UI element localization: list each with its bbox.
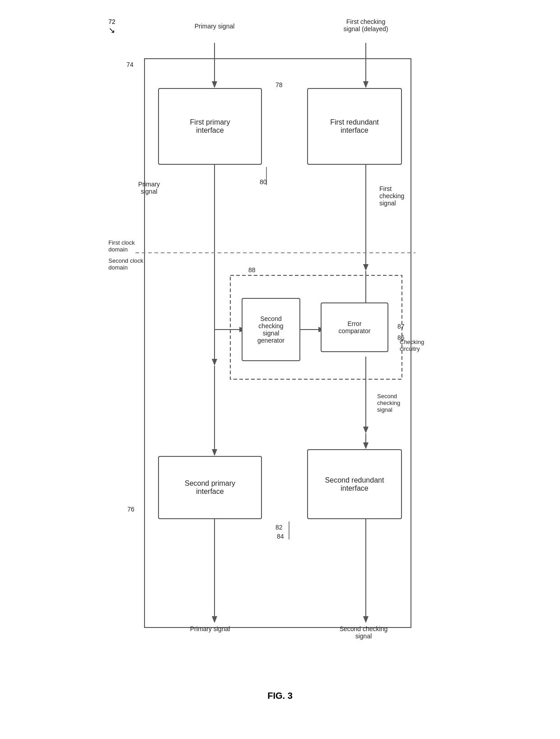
- diagram-area: 72 ↘ Primary signal First checking signa…: [99, 14, 461, 682]
- page-container: 72 ↘ Primary signal First checking signa…: [77, 9, 483, 701]
- svg-marker-22: [212, 616, 217, 623]
- second-redundant-interface-box: Second redundant interface: [307, 449, 402, 519]
- ref-78: 78: [275, 81, 283, 88]
- first-primary-interface-box: First primary interface: [158, 88, 262, 165]
- ref-76: 76: [127, 506, 135, 513]
- svg-marker-24: [363, 616, 369, 623]
- ref-80: 80: [260, 178, 267, 186]
- first-clock-domain-label: First clock domain: [108, 239, 145, 253]
- second-clock-domain-label: Second clock domain: [108, 257, 145, 271]
- primary-signal-mid-label: Primary signal: [126, 181, 172, 195]
- svg-marker-2: [212, 81, 217, 88]
- fig-num-72: 72 ↘: [108, 18, 116, 35]
- ref-87: 87: [397, 323, 405, 330]
- svg-marker-20: [212, 449, 217, 456]
- svg-marker-6: [212, 359, 217, 366]
- ref-82: 82: [275, 524, 283, 531]
- ref-84: 84: [277, 533, 284, 540]
- svg-marker-26: [363, 442, 369, 449]
- checking-circuitry-label: Checking circuitry: [400, 339, 449, 352]
- first-redundant-interface-box: First redundant interface: [307, 88, 402, 165]
- second-checking-signal-mid-label: Second checking signal: [377, 393, 431, 413]
- second-checking-signal-generator-box: Second checking signal generator: [242, 298, 300, 361]
- ref-74: 74: [126, 61, 134, 68]
- second-primary-interface-box: Second primary interface: [158, 456, 262, 519]
- svg-marker-8: [363, 264, 369, 271]
- first-checking-signal-delayed-label: First checking signal (delayed): [330, 18, 402, 33]
- first-checking-signal-label: First checking signal: [379, 185, 434, 207]
- ref-72-label: 72: [108, 18, 116, 25]
- primary-signal-bottom-label: Primary signal: [178, 625, 242, 632]
- svg-marker-4: [363, 81, 369, 88]
- svg-marker-18: [363, 427, 369, 433]
- error-comparator-box: Error comparator: [321, 302, 388, 352]
- primary-signal-top-label: Primary signal: [187, 23, 242, 30]
- fig-label: FIG. 3: [267, 691, 293, 701]
- ref-88: 88: [248, 266, 256, 274]
- second-checking-signal-bottom-label: Second checking signal: [330, 625, 397, 640]
